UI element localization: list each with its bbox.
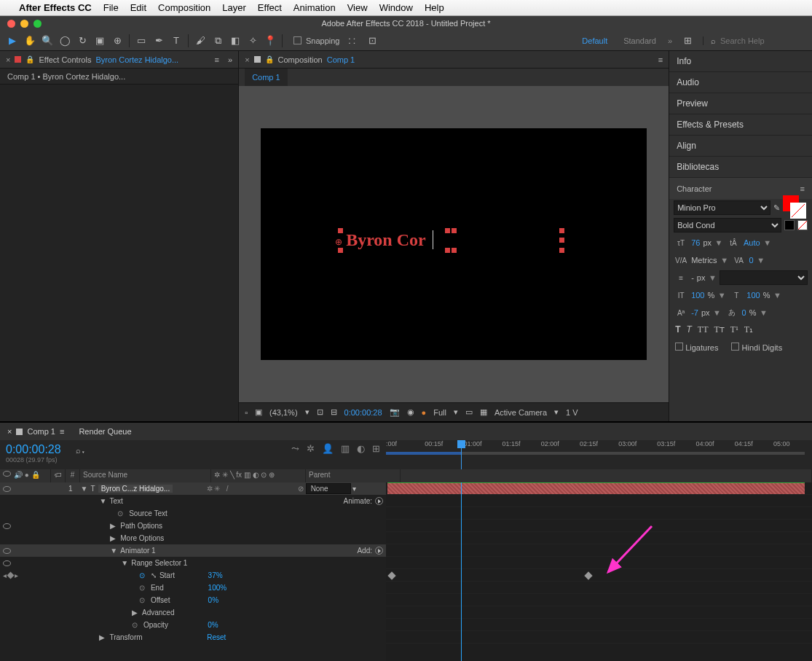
timeline-graph[interactable] xyxy=(386,482,812,661)
lock-icon[interactable]: 🔒 xyxy=(265,55,274,63)
font-size[interactable]: 76 xyxy=(691,238,700,247)
color-mgmt-icon[interactable]: ● xyxy=(422,408,427,417)
orbit-tool[interactable]: ◯ xyxy=(57,33,73,49)
font-style-select[interactable]: Bold Cond xyxy=(674,218,781,232)
app-name[interactable]: After Effects CC xyxy=(19,2,92,13)
menu-window[interactable]: Window xyxy=(379,2,413,13)
tsume[interactable]: 0 xyxy=(742,308,746,317)
menu-animation[interactable]: Animation xyxy=(293,2,336,13)
panel-libraries[interactable]: Bibliotecas xyxy=(669,157,812,178)
clone-tool[interactable]: ⧉ xyxy=(210,33,226,49)
brush-tool[interactable]: 🖌 xyxy=(192,33,208,49)
zoom-tool[interactable]: 🔍 xyxy=(39,33,55,49)
draft3d-icon[interactable]: ✲ xyxy=(307,443,315,454)
motion-blur-icon[interactable]: ◐ xyxy=(357,443,365,454)
vscale[interactable]: 100 xyxy=(691,291,704,300)
timeline-tab-comp[interactable]: Comp 1 xyxy=(27,427,55,436)
type-tool[interactable]: T xyxy=(168,33,184,49)
lock-icon[interactable]: 🔒 xyxy=(25,55,34,63)
small-caps[interactable]: Tᴛ xyxy=(714,324,724,335)
frame-blend-icon[interactable]: ▥ xyxy=(341,443,350,454)
leading[interactable]: Auto xyxy=(744,238,760,247)
eyedropper-icon[interactable]: ✎ xyxy=(773,203,780,213)
close-tab-icon[interactable]: × xyxy=(7,427,12,436)
keyframe[interactable] xyxy=(387,571,395,579)
menu-edit[interactable]: Edit xyxy=(130,2,146,13)
puppet-tool[interactable]: 📍 xyxy=(262,33,278,49)
snap-opt2-icon[interactable]: ⊡ xyxy=(365,33,381,49)
workspace-switcher-icon[interactable]: ⊞ xyxy=(679,33,695,49)
animate-menu-icon[interactable] xyxy=(375,497,383,505)
superscript[interactable]: T¹ xyxy=(730,324,738,335)
faux-italic[interactable]: T xyxy=(686,324,691,335)
zoom-value[interactable]: (43,1%) xyxy=(269,408,298,417)
views-dropdown[interactable]: 1 V xyxy=(566,408,578,417)
panel-audio[interactable]: Audio xyxy=(669,72,812,93)
add-menu-icon[interactable] xyxy=(375,547,383,555)
comp-tab[interactable]: Comp 1 xyxy=(245,69,288,86)
workspace-more-icon[interactable]: » xyxy=(668,36,672,45)
start-property-row[interactable]: ◂▸ ⊙ ⤡ Start 37% xyxy=(0,569,386,582)
selection-tool[interactable]: ▶ xyxy=(4,33,20,49)
menu-effect[interactable]: Effect xyxy=(258,2,282,13)
timeline-tab-render[interactable]: Render Queue xyxy=(79,427,131,436)
layer-row[interactable]: 1 ▼TByron C...z Hidalgo... ✲ ✳ / ⊘ None … xyxy=(0,482,386,495)
hscale[interactable]: 100 xyxy=(746,291,760,300)
comp-mini-flow-icon[interactable]: ⤳ xyxy=(291,443,299,454)
cti-line[interactable] xyxy=(461,482,462,661)
menu-composition[interactable]: Composition xyxy=(158,2,210,13)
hand-tool[interactable]: ✋ xyxy=(22,33,38,49)
current-time-indicator[interactable] xyxy=(461,440,462,469)
tracking[interactable]: 0 xyxy=(749,256,754,265)
stroke-style-select[interactable] xyxy=(720,270,808,285)
timeline-search-icon[interactable]: ⌕▾ xyxy=(76,446,86,455)
camera-tool[interactable]: ▣ xyxy=(92,33,108,49)
rotation-tool[interactable]: ↻ xyxy=(74,33,90,49)
roto-tool[interactable]: ✧ xyxy=(245,33,261,49)
panel-menu-icon[interactable]: ≡ xyxy=(215,55,219,64)
visibility-col-icon[interactable] xyxy=(3,471,11,477)
eraser-tool[interactable]: ◧ xyxy=(227,33,243,49)
comp-viewport[interactable]: ⊕ Byron Cor xyxy=(239,86,669,402)
keyframe[interactable] xyxy=(584,571,592,579)
time-ruler[interactable]: :00f00:15f01:00f01:15f02:00f02:15f03:00f… xyxy=(386,440,812,469)
snapshot-icon[interactable]: 📷 xyxy=(390,407,400,417)
faux-bold[interactable]: T xyxy=(675,324,680,335)
col-source-name[interactable]: Source Name xyxy=(80,469,211,482)
panel-info[interactable]: Info xyxy=(669,51,812,72)
hindi-digits-checkbox[interactable] xyxy=(731,343,739,351)
region-icon[interactable]: ▭ xyxy=(465,407,473,417)
mask-icon[interactable]: ⊟ xyxy=(331,407,337,417)
baseline-shift[interactable]: -7 xyxy=(691,308,698,317)
ligatures-checkbox[interactable] xyxy=(675,343,683,351)
anchor-point-icon[interactable]: ⊕ xyxy=(335,237,342,247)
pen-tool[interactable]: ✒ xyxy=(151,33,167,49)
menu-view[interactable]: View xyxy=(347,2,368,13)
camera-dropdown[interactable]: Active Camera xyxy=(494,408,547,417)
comp-name-link[interactable]: Comp 1 xyxy=(327,55,355,64)
grid-icon[interactable]: ▣ xyxy=(255,407,262,417)
menu-layer[interactable]: Layer xyxy=(222,2,246,13)
all-caps[interactable]: TT xyxy=(698,324,709,335)
kerning[interactable]: Metrics xyxy=(691,256,717,265)
shy-icon[interactable]: 👤 xyxy=(322,443,334,454)
search-help-input[interactable] xyxy=(720,36,808,45)
snap-opt-icon[interactable]: ⸬ xyxy=(344,33,360,49)
transparency-icon[interactable]: ▦ xyxy=(480,407,487,417)
text-layer-bbox[interactable]: ⊕ Byron Cor xyxy=(337,230,570,252)
panel-align[interactable]: Align xyxy=(669,136,812,157)
menu-file[interactable]: File xyxy=(103,2,119,13)
channel-icon[interactable]: ◉ xyxy=(407,407,414,417)
graph-editor-icon[interactable]: ⊞ xyxy=(372,443,380,454)
ec-layer-link[interactable]: Byron Cortez Hidalgo... xyxy=(95,55,178,64)
menu-help[interactable]: Help xyxy=(425,2,444,13)
workspace-default[interactable]: Default xyxy=(578,35,612,47)
stroke-width[interactable]: - xyxy=(691,273,694,282)
comp-stage[interactable]: ⊕ Byron Cor xyxy=(261,128,647,360)
rectangle-tool[interactable]: ▭ xyxy=(133,33,149,49)
panel-menu-icon[interactable]: ≡ xyxy=(658,55,663,64)
resolution-icon[interactable]: ⊡ xyxy=(317,407,323,417)
panel-preview[interactable]: Preview xyxy=(669,93,812,114)
current-timecode[interactable]: 0:00:00:28 xyxy=(6,443,61,456)
workspace-standard[interactable]: Standard xyxy=(619,35,661,47)
